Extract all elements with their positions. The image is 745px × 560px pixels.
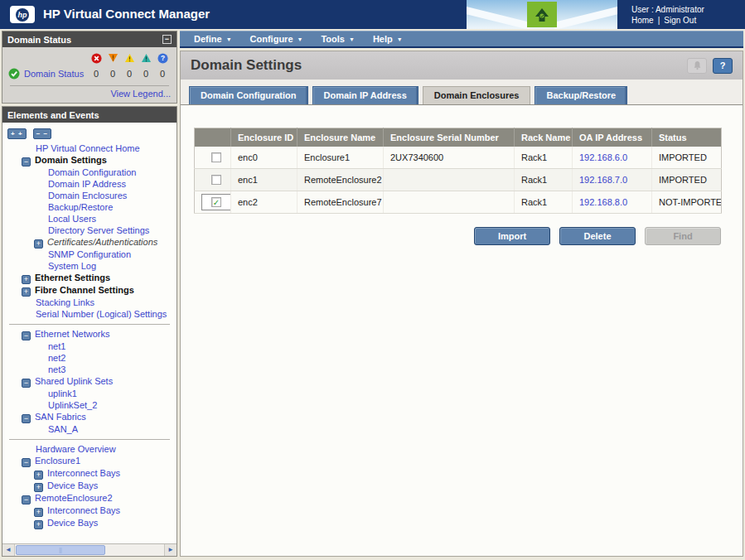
tab-strip: Domain ConfigurationDomain IP AddressDom… <box>181 80 743 105</box>
oa-ip-link[interactable]: 192.168.7.0 <box>579 175 627 185</box>
tree-item-stacking-links[interactable]: Stacking Links <box>2 297 177 308</box>
tree-item-device-bays[interactable]: +Device Bays <box>2 517 177 529</box>
tree-item-label: SAN Fabrics <box>35 412 86 422</box>
tree-collapse-icon[interactable]: − <box>22 157 31 167</box>
tree-item-system-log[interactable]: System Log <box>2 260 177 272</box>
divider <box>10 85 169 86</box>
tree-item-certificates-authentications[interactable]: +Certificates/Authentications <box>2 236 177 249</box>
tree-item-domain-configuration[interactable]: Domain Configuration <box>2 167 177 178</box>
tree-item-serial-number-logical-settings[interactable]: Serial Number (Logical) Settings <box>2 308 177 320</box>
tree-expand-icon[interactable]: + <box>34 508 43 517</box>
tab-domain-enclosures[interactable]: Domain Enclosures <box>423 86 531 104</box>
tree-item-interconnect-bays[interactable]: +Interconnect Bays <box>2 504 177 517</box>
tab-domain-configuration[interactable]: Domain Configuration <box>189 86 308 104</box>
scroll-right-icon[interactable]: ► <box>164 544 177 556</box>
domain-status-link[interactable]: Domain Status <box>24 69 88 79</box>
tab-backup-restore[interactable]: Backup/Restore <box>535 86 627 104</box>
tree-collapse-icon[interactable]: − <box>22 495 31 504</box>
ok-icon <box>8 68 20 80</box>
oa-ip-link[interactable]: 192.168.6.0 <box>579 152 627 162</box>
menu-configure[interactable]: Configure▼ <box>241 34 312 44</box>
menu-help[interactable]: Help▼ <box>364 34 412 44</box>
elements-panel-title: Elements and Events <box>7 110 99 120</box>
tree-item-uplink1[interactable]: uplink1 <box>2 388 177 399</box>
tree-collapse-icon[interactable]: − <box>22 458 31 467</box>
horizontal-scrollbar[interactable]: ◄ || ► <box>2 543 177 556</box>
collapse-panel-icon[interactable]: − <box>162 35 172 44</box>
scrollbar-thumb[interactable]: || <box>16 545 105 555</box>
tree-item-domain-settings[interactable]: −Domain Settings <box>2 154 177 167</box>
domain-status-body: ? Domain Status 00000 View Legend... <box>2 47 177 103</box>
scroll-left-icon[interactable]: ◄ <box>2 544 15 556</box>
tree-item-hardware-overview[interactable]: Hardware Overview <box>2 443 177 455</box>
tab-domain-ip-address[interactable]: Domain IP Address <box>312 86 418 104</box>
tree-expand-icon[interactable]: + <box>34 520 43 529</box>
tree-item-label: HP Virtual Connect Home <box>36 143 140 153</box>
signout-link[interactable]: Sign Out <box>664 16 696 25</box>
tree-item-net1[interactable]: net1 <box>2 340 177 352</box>
tree-item-ethernet-networks[interactable]: −Ethernet Networks <box>2 328 177 340</box>
tree-item-label: Enclosure1 <box>35 456 80 466</box>
home-link[interactable]: Home <box>631 16 654 25</box>
app-header: hp HP Virtual Connect Manager User : Adm… <box>0 0 745 29</box>
tree-item-san-fabrics[interactable]: −SAN Fabrics <box>2 411 177 423</box>
help-icon[interactable]: ? <box>713 58 733 74</box>
tree-item-net3[interactable]: net3 <box>2 364 177 375</box>
tree-collapse-icon[interactable]: − <box>22 379 31 388</box>
cell-rack-name: Rack1 <box>515 147 573 169</box>
row-checkbox[interactable]: ✓ <box>211 197 221 207</box>
tree-item-label: uplink1 <box>48 389 77 398</box>
tree-item-local-users[interactable]: Local Users <box>2 213 177 224</box>
checkbox-wrap <box>201 149 231 166</box>
delete-button[interactable]: Delete <box>559 227 636 245</box>
collapse-all-button[interactable]: − − <box>33 128 52 139</box>
tree-expand-icon[interactable]: + <box>34 239 43 249</box>
navigation-tree: HP Virtual Connect Home−Domain SettingsD… <box>2 142 177 529</box>
tree-collapse-icon[interactable]: − <box>22 414 31 423</box>
alerts-bell-icon[interactable] <box>687 58 707 74</box>
tree-item-net2[interactable]: net2 <box>2 352 177 364</box>
tree-item-shared-uplink-sets[interactable]: −Shared Uplink Sets <box>2 375 177 388</box>
import-button[interactable]: Import <box>474 227 550 245</box>
tree-item-device-bays[interactable]: +Device Bays <box>2 480 177 492</box>
tree-item-backup-restore[interactable]: Backup/Restore <box>2 201 177 213</box>
menu-define[interactable]: Define▼ <box>185 34 241 44</box>
cell-enclosure-id: enc1 <box>231 168 298 191</box>
tree-expand-icon[interactable]: + <box>22 287 31 297</box>
tree-item-label: Directory Server Settings <box>48 225 149 235</box>
tree-item-domain-enclosures[interactable]: Domain Enclosures <box>2 190 177 201</box>
select-cell: ✓ <box>195 191 231 213</box>
tree-item-hp-virtual-connect-home[interactable]: HP Virtual Connect Home <box>2 142 177 154</box>
tree-item-remoteenclosure2[interactable]: −RemoteEnclosure2 <box>2 492 177 504</box>
tree-collapse-icon[interactable]: − <box>22 331 31 340</box>
tree-item-snmp-configuration[interactable]: SNMP Configuration <box>2 249 177 260</box>
expand-all-button[interactable]: + + <box>7 128 27 139</box>
critical-icon <box>88 53 104 64</box>
menu-tools[interactable]: Tools▼ <box>312 34 363 44</box>
tree-item-fibre-channel-settings[interactable]: +Fibre Channel Settings <box>2 284 177 297</box>
tree-item-ethernet-settings[interactable]: +Ethernet Settings <box>2 272 177 284</box>
oa-ip-link[interactable]: 192.168.8.0 <box>579 197 627 207</box>
tree-item-interconnect-bays[interactable]: +Interconnect Bays <box>2 467 177 480</box>
major-icon <box>104 53 121 63</box>
cell-rack-name: Rack1 <box>515 168 573 191</box>
tree-item-uplinkset-2[interactable]: UplinkSet_2 <box>2 399 177 411</box>
tree-item-enclosure1[interactable]: −Enclosure1 <box>2 455 177 467</box>
tree-item-label: Stacking Links <box>36 297 94 307</box>
tree-item-domain-ip-address[interactable]: Domain IP Address <box>2 178 177 190</box>
tree-item-san-a[interactable]: SAN_A <box>2 423 177 435</box>
tree-item-directory-server-settings[interactable]: Directory Server Settings <box>2 224 177 236</box>
row-checkbox[interactable] <box>211 175 221 185</box>
tree-expand-icon[interactable]: + <box>22 275 31 284</box>
status-count: 0 <box>154 69 171 79</box>
tree-item-label: Domain Settings <box>35 155 107 165</box>
tree-expand-icon[interactable]: + <box>34 483 43 492</box>
row-checkbox[interactable] <box>211 152 221 162</box>
link-separator: | <box>654 16 665 25</box>
tree-expand-icon[interactable]: + <box>34 471 43 480</box>
view-legend-link[interactable]: View Legend... <box>8 89 171 99</box>
main-area: Define▼Configure▼Tools▼Help▼ Domain Sett… <box>180 31 743 557</box>
page-title: Domain Settings <box>191 57 681 74</box>
main-menu-bar: Define▼Configure▼Tools▼Help▼ <box>180 31 743 48</box>
column-header-rack-name: Rack Name <box>515 128 573 147</box>
